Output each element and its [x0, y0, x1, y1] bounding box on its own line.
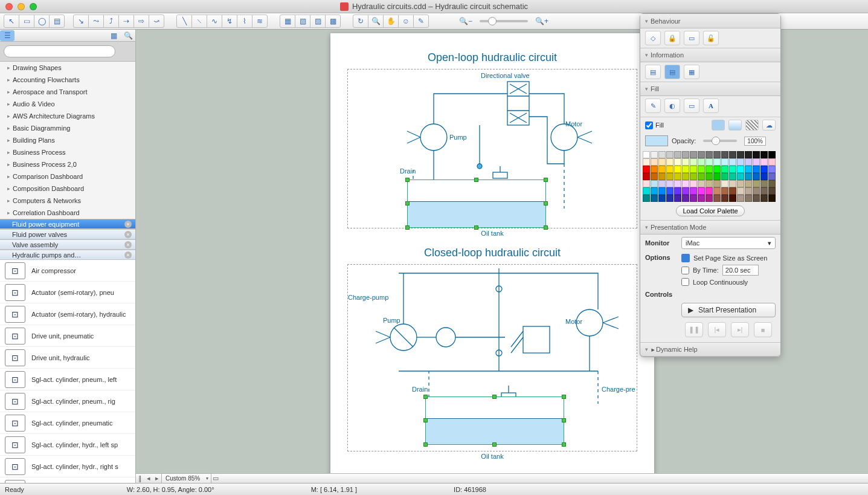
library-category[interactable]: Basic Diagramming — [0, 122, 135, 134]
library-category[interactable]: Composition Dashboard — [0, 183, 135, 195]
library-category[interactable]: Aerospace and Transport — [0, 86, 135, 98]
color-swatch[interactable] — [729, 173, 736, 180]
zoom-in-button[interactable]: 🔍+ — [534, 15, 550, 28]
color-swatch[interactable] — [674, 158, 681, 166]
shape-item[interactable]: ⊡Actuator (semi-rotary), hydraulic — [0, 303, 135, 325]
color-swatch[interactable] — [729, 158, 736, 166]
library-category[interactable]: Drawing Shapes — [0, 62, 135, 74]
color-swatch[interactable] — [706, 173, 713, 180]
color-swatch[interactable] — [643, 180, 650, 187]
color-swatch[interactable] — [658, 173, 666, 180]
color-swatch[interactable] — [753, 158, 760, 166]
fill-type-gradient[interactable] — [728, 120, 742, 131]
color-swatch[interactable] — [768, 166, 776, 173]
color-swatch[interactable] — [651, 187, 658, 195]
color-swatch[interactable] — [658, 180, 666, 187]
color-swatch[interactable] — [666, 158, 674, 166]
color-swatch[interactable] — [698, 166, 705, 173]
behaviour-btn-2[interactable]: 🔒 — [664, 31, 680, 45]
behaviour-btn-1[interactable]: ◇ — [645, 31, 661, 45]
zoom-select[interactable]: Custom 85% — [161, 473, 211, 484]
library-search-input[interactable] — [4, 45, 115, 57]
color-swatch[interactable] — [768, 187, 776, 195]
color-swatch[interactable] — [737, 187, 744, 195]
color-swatch[interactable] — [753, 195, 760, 202]
color-swatch[interactable] — [698, 187, 705, 195]
color-swatch[interactable] — [674, 151, 681, 158]
info-btn-1[interactable]: ▤ — [645, 65, 661, 79]
color-swatch[interactable] — [643, 187, 650, 195]
color-swatch[interactable] — [760, 195, 768, 202]
color-swatch[interactable] — [713, 166, 721, 173]
library-grid-tab[interactable]: ▦ — [106, 30, 121, 41]
fill-checkbox[interactable]: Fill — [645, 121, 664, 129]
color-swatch[interactable] — [706, 180, 713, 187]
inspector-information-header[interactable]: Information — [640, 48, 780, 62]
color-swatch[interactable] — [666, 180, 674, 187]
color-swatch[interactable] — [698, 151, 705, 158]
color-swatch[interactable] — [666, 166, 674, 173]
close-icon[interactable]: × — [124, 231, 132, 238]
color-swatch[interactable] — [643, 151, 650, 158]
color-swatch[interactable] — [745, 151, 752, 158]
color-swatch[interactable] — [737, 195, 744, 202]
color-swatch[interactable] — [729, 187, 736, 195]
color-swatch[interactable] — [698, 158, 705, 166]
color-swatch[interactable] — [768, 158, 776, 166]
load-palette-button[interactable]: Load Color Palette — [676, 205, 744, 216]
color-swatch[interactable] — [729, 166, 736, 173]
color-swatch[interactable] — [690, 173, 697, 180]
opt-bytime-value[interactable]: 20.0 sec — [722, 265, 759, 276]
color-swatch[interactable] — [745, 158, 752, 166]
connector-tool-5[interactable]: ⇨ — [133, 15, 149, 28]
inspector-behaviour-header[interactable]: Behaviour — [640, 14, 780, 28]
inspector-dynhelp-header[interactable]: ▾ Dynamic Help — [640, 342, 780, 357]
color-swatch[interactable] — [666, 151, 674, 158]
color-swatch[interactable] — [768, 173, 776, 180]
color-swatch[interactable] — [674, 166, 681, 173]
color-swatch[interactable] — [737, 180, 744, 187]
color-swatch[interactable] — [690, 166, 697, 173]
opt-pagesize[interactable]: Set Page Size as Screen — [693, 254, 767, 262]
color-swatch[interactable] — [737, 173, 744, 180]
pointer-tool[interactable]: ↖ — [4, 15, 19, 28]
color-swatch[interactable] — [721, 187, 728, 195]
fill-type-image[interactable]: ☁ — [762, 120, 776, 131]
library-group[interactable]: Valve assembly× — [0, 239, 135, 250]
inspector-fill-header[interactable]: Fill — [640, 82, 780, 96]
group-tool-4[interactable]: ▩ — [325, 15, 341, 28]
hand-tool[interactable]: ✋ — [383, 15, 399, 28]
color-swatch[interactable] — [643, 195, 650, 202]
fill-type-pattern[interactable] — [745, 120, 759, 131]
color-swatch[interactable] — [658, 151, 666, 158]
color-swatch[interactable] — [666, 173, 674, 180]
color-swatch[interactable] — [643, 166, 650, 173]
color-swatch[interactable] — [698, 195, 705, 202]
color-swatch[interactable] — [682, 187, 689, 195]
color-swatch[interactable] — [760, 187, 768, 195]
library-group[interactable]: Fluid power equipment× — [0, 219, 135, 229]
color-swatch[interactable] — [768, 195, 776, 202]
color-swatch[interactable] — [698, 173, 705, 180]
next-button[interactable]: ▸| — [731, 322, 749, 337]
shape-item[interactable]: ⊡Sgl-act. cylinder, hydr., left sp — [0, 434, 135, 456]
color-swatch[interactable] — [690, 158, 697, 166]
refresh-tool[interactable]: ↻ — [353, 15, 368, 28]
info-btn-3[interactable]: ▦ — [684, 65, 699, 79]
start-presentation-button[interactable]: ▶Start Presentation — [681, 303, 776, 317]
color-swatch[interactable] — [713, 158, 721, 166]
color-swatch[interactable] — [674, 187, 681, 195]
color-swatch[interactable] — [713, 180, 721, 187]
color-swatch[interactable] — [674, 173, 681, 180]
color-swatch[interactable] — [760, 180, 768, 187]
prev-button[interactable]: |◂ — [708, 322, 726, 337]
color-swatch[interactable] — [666, 195, 674, 202]
color-swatch[interactable] — [737, 166, 744, 173]
color-swatch[interactable] — [768, 180, 776, 187]
eyedropper-tool[interactable]: ✎ — [413, 15, 429, 28]
rect-tool[interactable]: ▭ — [19, 15, 34, 28]
library-category[interactable]: Building Plans — [0, 134, 135, 146]
color-swatch[interactable] — [745, 195, 752, 202]
horizontal-scrollbar[interactable]: ‖ ◂ ▸ Custom 85% ▭ — [136, 473, 868, 483]
color-swatch[interactable] — [729, 151, 736, 158]
